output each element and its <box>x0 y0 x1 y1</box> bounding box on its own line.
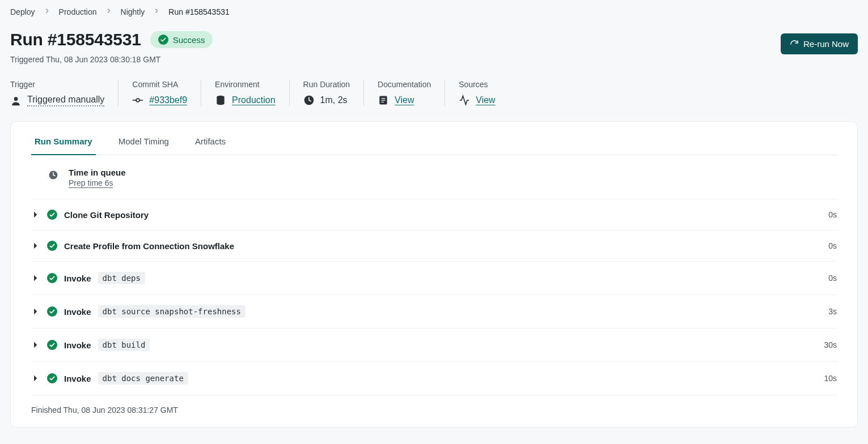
queue-title: Time in queue <box>69 168 126 177</box>
caret-right-icon[interactable] <box>31 341 40 348</box>
rerun-button[interactable]: Re-run Now <box>781 33 858 54</box>
run-meta-row: Trigger Triggered manually Commit SHA #9… <box>10 80 858 106</box>
status-label: Success <box>173 35 205 45</box>
caret-right-icon[interactable] <box>31 308 40 315</box>
step-command: dbt build <box>98 339 150 351</box>
meta-environment-label: Environment <box>215 80 276 89</box>
finished-timestamp: Finished Thu, 08 Jun 2023 08:31:27 GMT <box>31 405 837 415</box>
page-title: Run #158543531 <box>10 30 141 49</box>
chevron-right-icon <box>153 7 160 16</box>
chevron-right-icon <box>105 7 113 16</box>
triggered-timestamp: Triggered Thu, 08 Jun 2023 08:30:18 GMT <box>10 55 213 64</box>
refresh-icon <box>790 40 799 49</box>
check-circle-icon <box>47 273 57 283</box>
step-row[interactable]: Invokedbt source snapshot-freshness3s <box>31 295 837 328</box>
step-duration: 0s <box>828 274 837 283</box>
step-row[interactable]: Create Profile from Connection Snowflake… <box>31 230 837 262</box>
breadcrumb-nightly[interactable]: Nightly <box>121 7 145 16</box>
tab-artifacts[interactable]: Artifacts <box>192 132 229 155</box>
check-circle-icon <box>47 210 57 220</box>
step-row[interactable]: Invokedbt build30s <box>31 328 837 362</box>
meta-environment-link[interactable]: Production <box>232 95 276 105</box>
svg-point-2 <box>136 99 139 102</box>
status-badge: Success <box>150 31 213 48</box>
book-icon <box>378 95 389 106</box>
tab-model-timing[interactable]: Model Timing <box>115 132 172 155</box>
meta-sources-label: Sources <box>459 80 495 89</box>
step-duration: 30s <box>824 340 837 349</box>
svg-point-1 <box>14 97 18 101</box>
step-prefix: Invoke <box>64 274 91 283</box>
step-duration: 0s <box>828 241 837 250</box>
meta-commit-label: Commit SHA <box>132 80 187 89</box>
check-circle-icon <box>47 241 57 251</box>
database-icon <box>215 95 226 106</box>
step-prefix: Invoke <box>64 374 91 383</box>
step-row[interactable]: Invokedbt docs generate10s <box>31 362 837 395</box>
step-command: dbt docs generate <box>98 372 188 385</box>
caret-right-icon[interactable] <box>31 375 40 382</box>
step-prefix: Invoke <box>64 307 91 317</box>
clock-icon <box>303 95 315 106</box>
meta-sources-link[interactable]: View <box>476 95 495 105</box>
step-duration: 3s <box>828 307 837 316</box>
step-row[interactable]: Invokedbt deps0s <box>31 262 837 295</box>
caret-right-icon[interactable] <box>31 242 40 249</box>
breadcrumb: Deploy Production Nightly Run #158543531 <box>10 7 858 16</box>
caret-right-icon[interactable] <box>31 211 40 218</box>
meta-duration-value: 1m, 2s <box>320 95 348 105</box>
step-duration: 0s <box>828 210 837 219</box>
meta-commit-link[interactable]: #933bef9 <box>149 95 187 105</box>
step-row[interactable]: Clone Git Repository0s <box>31 199 837 230</box>
meta-trigger-value[interactable]: Triggered manually <box>27 95 104 106</box>
step-command: dbt source snapshot-freshness <box>98 305 245 318</box>
step-prefix: Invoke <box>64 340 91 350</box>
check-circle-icon <box>47 306 57 317</box>
check-circle-icon <box>47 373 57 383</box>
breadcrumb-deploy[interactable]: Deploy <box>10 7 35 16</box>
breadcrumb-current: Run #158543531 <box>168 7 229 16</box>
check-circle-icon <box>158 35 168 45</box>
chevron-right-icon <box>43 7 51 16</box>
step-label: Create Profile from Connection Snowflake <box>64 241 234 251</box>
step-label: Clone Git Repository <box>64 210 149 220</box>
tabs: Run Summary Model Timing Artifacts <box>31 122 837 155</box>
queue-subtitle[interactable]: Prep time 6s <box>69 178 126 187</box>
step-duration: 10s <box>824 374 837 383</box>
clock-icon <box>48 170 58 180</box>
run-card: Run Summary Model Timing Artifacts Time … <box>10 121 858 428</box>
activity-icon <box>459 95 470 106</box>
user-icon <box>10 95 22 106</box>
step-command: dbt deps <box>98 272 145 284</box>
rerun-label: Re-run Now <box>803 39 849 49</box>
meta-duration-label: Run Duration <box>303 80 350 89</box>
meta-documentation-link[interactable]: View <box>395 95 414 105</box>
tab-run-summary[interactable]: Run Summary <box>31 132 96 155</box>
git-commit-icon <box>132 95 143 106</box>
meta-trigger-label: Trigger <box>10 80 104 89</box>
check-circle-icon <box>47 340 57 350</box>
meta-documentation-label: Documentation <box>378 80 431 89</box>
caret-right-icon[interactable] <box>31 275 40 281</box>
breadcrumb-production[interactable]: Production <box>59 7 97 16</box>
queue-row: Time in queue Prep time 6s <box>31 155 837 199</box>
